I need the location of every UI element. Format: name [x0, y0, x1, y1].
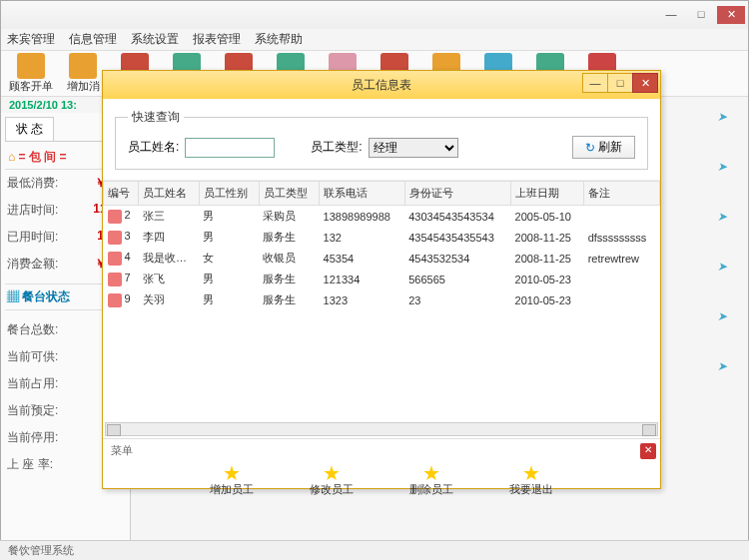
toolbar-icon: [17, 53, 45, 79]
menu-item[interactable]: 来宾管理: [7, 31, 55, 48]
table-row[interactable]: 4我是收…女收银员4535445435325342008-11-25retrew…: [104, 248, 660, 269]
status-bar: 餐饮管理系统: [0, 540, 749, 560]
menu-close-button[interactable]: ✕: [640, 443, 656, 459]
refresh-button[interactable]: ↻刷新: [572, 136, 635, 159]
refresh-icon: ↻: [585, 141, 595, 155]
dialog-close-button[interactable]: ✕: [632, 73, 658, 93]
star-icon: ★: [401, 464, 461, 482]
toolbar-button[interactable]: 增加消: [59, 53, 107, 94]
row-icon: [108, 210, 122, 224]
type-label: 员工类型:: [311, 139, 362, 156]
action-button[interactable]: ★增加员工: [202, 464, 262, 497]
horizontal-scrollbar[interactable]: [105, 422, 658, 436]
table-row[interactable]: 3李四男服务生132435454354355432008-11-25dfssss…: [104, 227, 660, 248]
table-row[interactable]: 2张三男采购员13898989988430345435435342005-05-…: [104, 206, 660, 228]
column-header[interactable]: 员工类型: [259, 182, 319, 206]
dialog-maximize-button[interactable]: □: [607, 73, 633, 93]
table-row[interactable]: 9关羽男服务生1323232010-05-23: [104, 289, 660, 310]
name-input[interactable]: [185, 138, 275, 158]
menu-item[interactable]: 系统设置: [131, 31, 179, 48]
dialog-title: 员工信息表: [352, 77, 411, 94]
row-icon: [108, 273, 122, 286]
action-menu: 菜单 ✕ ★增加员工★修改员工★删除员工★我要退出: [103, 438, 660, 505]
table-row[interactable]: 7张飞男服务生1213345665652010-05-23: [104, 269, 660, 289]
right-decor: [717, 110, 741, 409]
dialog-title-bar[interactable]: 员工信息表 — □ ✕: [103, 71, 660, 99]
column-header[interactable]: 上班日期: [511, 182, 584, 206]
menu-bar: 来宾管理信息管理系统设置报表管理系统帮助: [1, 29, 748, 51]
name-label: 员工姓名:: [128, 139, 179, 156]
column-header[interactable]: 员工性别: [199, 182, 259, 206]
menu-item[interactable]: 系统帮助: [255, 31, 303, 48]
employee-grid[interactable]: 编号员工姓名员工性别员工类型联系电话身份证号上班日期备注 2张三男采购员1389…: [103, 181, 660, 420]
column-header[interactable]: 员工姓名: [139, 182, 199, 206]
action-button[interactable]: ★我要退出: [501, 464, 561, 497]
menu-label: 菜单: [111, 443, 652, 458]
employee-dialog: 员工信息表 — □ ✕ 快速查询 员工姓名: 员工类型: 经理 ↻刷新 编号员工…: [102, 70, 661, 489]
tab-status[interactable]: 状 态: [5, 117, 54, 141]
dialog-minimize-button[interactable]: —: [582, 73, 608, 93]
row-icon: [108, 252, 122, 266]
close-button[interactable]: ✕: [717, 6, 745, 24]
column-header[interactable]: 身份证号: [404, 182, 510, 206]
menu-item[interactable]: 报表管理: [193, 31, 241, 48]
star-icon: ★: [202, 464, 262, 482]
star-icon: ★: [302, 464, 362, 482]
star-icon: ★: [501, 464, 561, 482]
column-header[interactable]: 备注: [584, 182, 660, 206]
search-legend: 快速查询: [128, 109, 184, 126]
row-icon: [108, 231, 122, 245]
type-select[interactable]: 经理: [369, 138, 458, 158]
maximize-button[interactable]: □: [687, 6, 715, 24]
search-panel: 快速查询 员工姓名: 员工类型: 经理 ↻刷新: [103, 99, 660, 181]
action-button[interactable]: ★修改员工: [302, 464, 362, 497]
column-header[interactable]: 编号: [104, 182, 139, 206]
column-header[interactable]: 联系电话: [320, 182, 405, 206]
toolbar-icon: [69, 53, 97, 79]
toolbar-button[interactable]: 顾客开单: [7, 53, 55, 94]
minimize-button[interactable]: —: [657, 6, 685, 24]
row-icon: [108, 293, 122, 307]
menu-item[interactable]: 信息管理: [69, 31, 117, 48]
action-button[interactable]: ★删除员工: [401, 464, 461, 497]
title-bar: — □ ✕: [1, 1, 748, 29]
